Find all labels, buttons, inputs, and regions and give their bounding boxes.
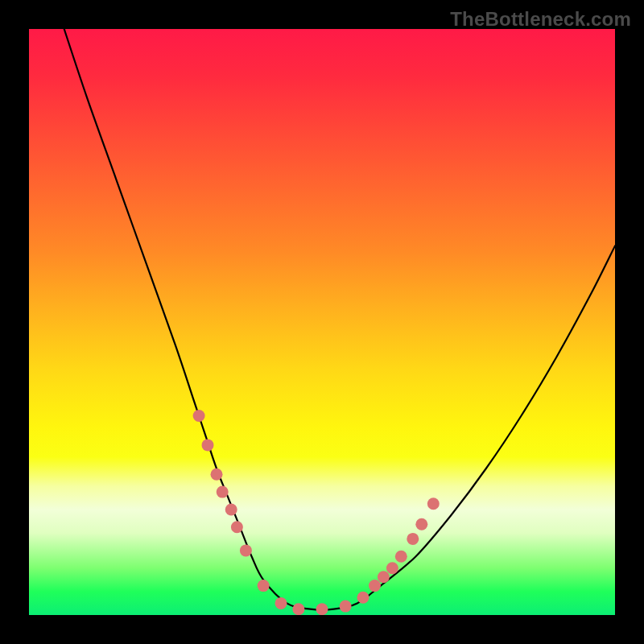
bottleneck-curve	[64, 29, 615, 610]
marker-point	[427, 497, 440, 510]
marker-point	[369, 580, 381, 592]
marker-point	[316, 603, 328, 615]
marker-point	[211, 469, 223, 481]
marker-point	[202, 439, 214, 451]
marker-point	[415, 518, 427, 530]
marker-point	[386, 562, 398, 574]
marker-group	[193, 410, 440, 615]
chart-svg	[29, 29, 615, 615]
marker-point	[378, 571, 390, 583]
marker-point	[357, 592, 369, 604]
watermark-text: TheBottleneck.com	[450, 8, 631, 31]
marker-point	[193, 410, 205, 422]
marker-point	[240, 544, 252, 556]
plot-area	[29, 29, 615, 615]
marker-point	[231, 521, 243, 533]
marker-point	[258, 580, 270, 592]
marker-point	[217, 486, 229, 498]
marker-point	[340, 601, 352, 613]
marker-point	[275, 597, 287, 609]
chart-frame: TheBottleneck.com	[0, 0, 644, 644]
marker-point	[292, 603, 304, 615]
marker-point	[407, 533, 419, 545]
marker-point	[395, 551, 407, 563]
marker-point	[225, 504, 237, 516]
